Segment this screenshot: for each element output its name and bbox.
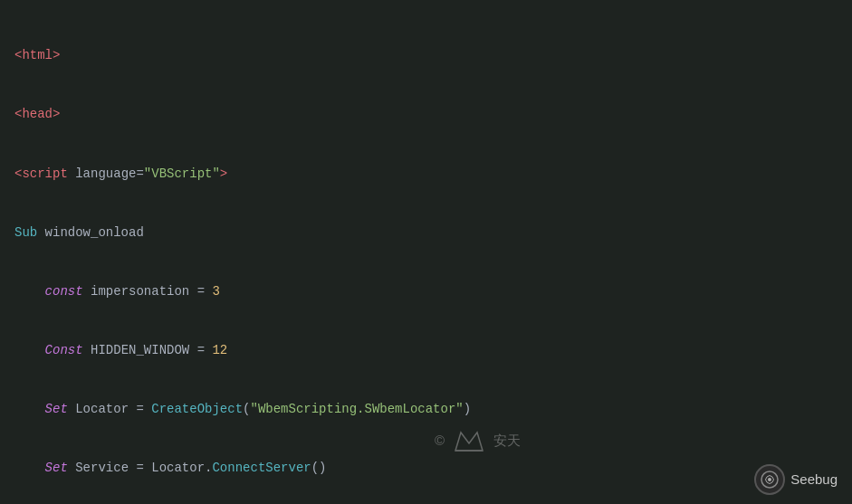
svg-marker-0 <box>455 433 483 451</box>
line-set-service: Set Service = Locator.ConnectServer() <box>14 459 838 479</box>
line-script-open: <script language="VBScript"> <box>14 165 838 185</box>
svg-point-3 <box>768 478 771 481</box>
line-html-open: <html> <box>14 46 838 66</box>
watermark-site-name: 安天 <box>493 433 521 448</box>
code-container: <html> <head> <script language="VBScript… <box>0 0 852 504</box>
seebug-icon <box>754 464 785 495</box>
line-const-hidden: Const HIDDEN_WINDOW = 12 <box>14 341 838 361</box>
antian-logo-icon <box>452 429 486 454</box>
line-sub: Sub window_onload <box>14 223 838 243</box>
seebug-logo-icon <box>760 470 780 490</box>
copyright-text: © 安天 <box>435 429 521 454</box>
line-const-imp: const impersonation = 3 <box>14 282 838 302</box>
line-head-open: <head> <box>14 105 838 125</box>
line-set-locator: Set Locator = CreateObject("WbemScriptin… <box>14 400 838 420</box>
seebug-badge: Seebug <box>754 464 838 495</box>
seebug-label: Seebug <box>790 469 838 490</box>
